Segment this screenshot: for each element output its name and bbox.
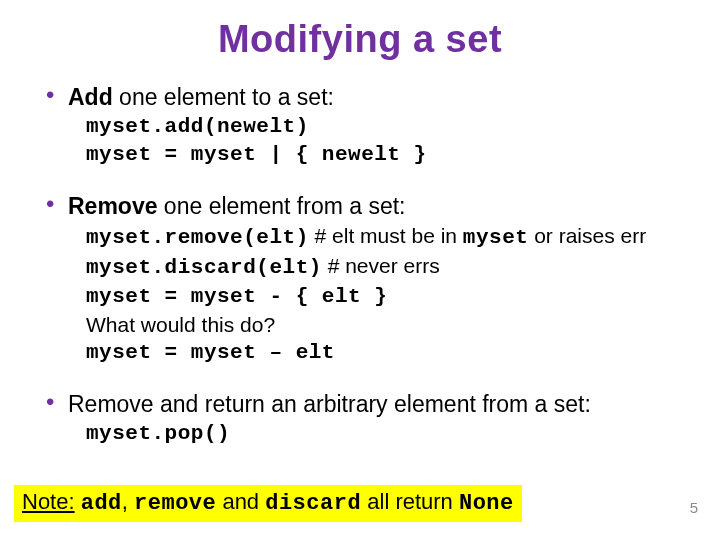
code-line: myset.pop() <box>68 421 680 447</box>
bullet-heading: Remove one element from a set: <box>68 193 406 219</box>
comment-code: myset <box>463 226 529 249</box>
bullet-heading-bold: Add <box>68 84 113 110</box>
comment-text: # never errs <box>322 254 440 277</box>
bullet-heading-rest: one element from a set: <box>157 193 405 219</box>
note-highlight: Note: add, remove and discard all return… <box>14 485 522 522</box>
note-text: , <box>122 489 134 514</box>
bullet-pop: Remove and return an arbitrary element f… <box>40 390 680 447</box>
note-code: add <box>81 491 122 516</box>
slide: Modifying a set Add one element to a set… <box>0 0 720 540</box>
code-line: myset = myset – elt <box>68 340 680 366</box>
code-fragment: myset.remove(elt) <box>86 226 309 249</box>
bullet-heading: Add one element to a set: <box>68 84 334 110</box>
note-code: remove <box>134 491 216 516</box>
bullet-list: Add one element to a set: myset.add(newe… <box>40 83 680 447</box>
note-text: and <box>216 489 265 514</box>
comment-text: or raises err <box>528 224 646 247</box>
bullet-heading: Remove and return an arbitrary element f… <box>68 391 591 417</box>
code-line: myset.discard(elt) # never errs <box>68 253 680 281</box>
comment-text: # elt must be in <box>309 224 463 247</box>
bullet-heading-bold: Remove <box>68 193 157 219</box>
code-line: myset.remove(elt) # elt must be in myset… <box>68 223 680 251</box>
code-line: myset = myset - { elt } <box>68 284 680 310</box>
bullet-heading-rest: one element to a set: <box>113 84 334 110</box>
page-title: Modifying a set <box>40 18 680 61</box>
bullet-add: Add one element to a set: myset.add(newe… <box>40 83 680 168</box>
code-fragment: myset.discard(elt) <box>86 256 322 279</box>
bullet-heading-rest: Remove and return an arbitrary element f… <box>68 391 591 417</box>
note-label: Note: <box>22 489 75 514</box>
code-line: myset.add(newelt) <box>68 114 680 140</box>
bullet-remove: Remove one element from a set: myset.rem… <box>40 192 680 366</box>
question-text: What would this do? <box>68 312 680 338</box>
note-code: None <box>459 491 514 516</box>
code-line: myset = myset | { newelt } <box>68 142 680 168</box>
page-number: 5 <box>690 499 698 516</box>
note-code: discard <box>265 491 361 516</box>
note-text: all return <box>361 489 459 514</box>
